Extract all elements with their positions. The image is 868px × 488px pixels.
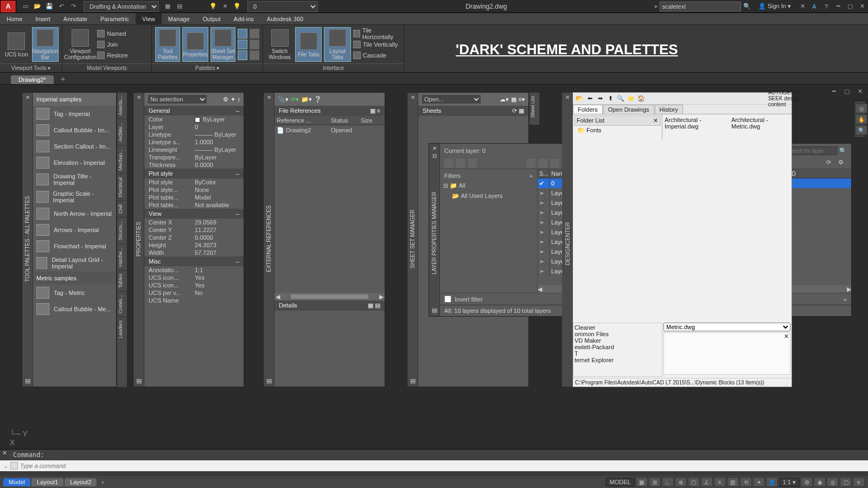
status-model-button[interactable]: MODEL bbox=[606, 478, 635, 486]
transparency-toggle-icon[interactable]: ▨ bbox=[727, 477, 739, 487]
layer-mgr-pin-icon[interactable]: ⊟ bbox=[432, 153, 437, 159]
nav-pan-icon[interactable]: ✋ bbox=[856, 114, 867, 124]
tp-category-tab[interactable]: Civil bbox=[117, 201, 127, 217]
menu-parametric[interactable]: Parametric bbox=[94, 13, 136, 25]
minimize-button[interactable]: ━ bbox=[833, 1, 844, 12]
workspace-switch-icon[interactable]: ⚙ bbox=[801, 477, 813, 487]
a360-icon[interactable]: A bbox=[809, 1, 820, 12]
details-header[interactable]: Details▦ ▤ bbox=[275, 300, 385, 311]
menu-view[interactable]: View bbox=[136, 13, 162, 25]
qat-open-icon[interactable]: 📂 bbox=[32, 1, 43, 12]
qat-undo-icon[interactable]: ↶ bbox=[56, 1, 67, 12]
tool-item[interactable]: Section Callout - Im... bbox=[33, 138, 116, 155]
dc-list-item[interactable]: VD Maker bbox=[575, 337, 661, 344]
refresh-icon[interactable]: ⟳▾ bbox=[291, 96, 299, 103]
file-tabs-button[interactable]: File Tabs bbox=[295, 27, 322, 62]
layout-tab-2[interactable]: Layout2 bbox=[65, 478, 97, 486]
layout-tab-1[interactable]: Layout1 bbox=[31, 478, 63, 486]
named-button[interactable]: Named bbox=[97, 29, 128, 38]
menu-add-ins[interactable]: Add-ins bbox=[227, 13, 260, 25]
close-button[interactable]: ✕ bbox=[857, 1, 867, 12]
palette-small-5[interactable] bbox=[250, 40, 259, 49]
tp-category-tab[interactable]: Tables bbox=[117, 270, 127, 291]
tp-category-tab[interactable]: Comm... bbox=[117, 291, 127, 317]
isolate-objects-icon[interactable]: ◎ bbox=[827, 477, 839, 487]
menu-output[interactable]: Output bbox=[196, 13, 227, 25]
property-row[interactable]: Plot table...Model bbox=[144, 194, 244, 201]
dc-favorites-icon[interactable]: ⭐ bbox=[627, 94, 635, 103]
tile-vertical-button[interactable]: Tile Vertically bbox=[353, 40, 400, 49]
prop-section-header[interactable]: Plot style– bbox=[144, 169, 244, 178]
layer-refresh-icon[interactable]: ⟳ bbox=[826, 159, 835, 168]
sheet-set-manager-button[interactable]: Sheet Set Manager bbox=[210, 27, 235, 62]
dc-search-icon[interactable]: 🔍 bbox=[616, 94, 625, 103]
dc-seek-label[interactable]: AUTODESK® SEEK design content bbox=[781, 94, 789, 103]
clean-screen-icon[interactable]: ▢ bbox=[840, 477, 852, 487]
dc-list-item[interactable]: Cleaner bbox=[575, 324, 661, 331]
filters-expand-icon[interactable]: « bbox=[844, 296, 847, 303]
anno-visibility-icon[interactable]: 👤 bbox=[766, 477, 778, 487]
filter-all-used[interactable]: 📂 All Used Layers bbox=[442, 191, 535, 201]
cycling-toggle-icon[interactable]: ⟲ bbox=[740, 477, 752, 487]
dc-load-icon[interactable]: 📂 bbox=[575, 94, 584, 103]
layer-search-icon[interactable]: 🔍 bbox=[839, 147, 847, 155]
cmd-close-icon[interactable]: ✕ bbox=[0, 450, 9, 460]
properties-button[interactable]: Properties bbox=[182, 27, 208, 62]
drawing-max-icon[interactable]: ▢ bbox=[841, 86, 852, 97]
menu-annotate[interactable]: Annotate bbox=[57, 13, 94, 25]
property-row[interactable]: Height24.3073 bbox=[144, 241, 244, 249]
osnap-toggle-icon[interactable]: ▢ bbox=[688, 477, 700, 487]
dc-home-icon[interactable]: 🏠 bbox=[637, 94, 646, 103]
dc-list-item[interactable]: ommon Files bbox=[575, 331, 661, 337]
property-row[interactable]: UCS Name bbox=[144, 297, 244, 304]
palette-small-1[interactable] bbox=[238, 29, 247, 38]
property-row[interactable]: Center Y11.2227 bbox=[144, 226, 244, 234]
prop-section-header[interactable]: Misc– bbox=[144, 256, 244, 266]
dc-item-arch-met[interactable]: Architectural - Metric.dwg bbox=[731, 117, 789, 130]
ssm-open-dropdown[interactable]: Open... bbox=[422, 94, 481, 104]
designcenter-palette[interactable]: ✕ DESIGNCENTER 📂 ⬅ ➡ ⬆ 🔍 ⭐ 🏠 AUTODESK® S… bbox=[572, 92, 792, 387]
menu-insert[interactable]: Insert bbox=[29, 13, 57, 25]
xref-options-icon[interactable]: ▤ bbox=[266, 377, 272, 384]
dc-tree-item-fonts[interactable]: 📁 Fonts bbox=[574, 126, 661, 135]
layer-mgr-options-icon[interactable]: ▤ bbox=[432, 307, 437, 314]
new-tab-button[interactable]: ＋ bbox=[59, 74, 67, 84]
dc-tab-history[interactable]: History bbox=[655, 105, 683, 114]
ssm-publish-icon[interactable]: ☁▾ bbox=[500, 96, 509, 103]
xref-help-icon[interactable]: ❔ bbox=[314, 96, 322, 103]
tp-category-tab[interactable]: Electrical bbox=[117, 174, 127, 201]
property-row[interactable]: UCS icon...Yes bbox=[144, 281, 244, 289]
palette-small-2[interactable] bbox=[238, 40, 247, 49]
join-button[interactable]: Join bbox=[97, 40, 128, 49]
qat-sheet-icon[interactable]: ▤ bbox=[174, 1, 185, 12]
property-row[interactable]: Linetype——— ByLayer bbox=[144, 131, 244, 138]
tool-item[interactable]: Arrows - Imperial bbox=[33, 222, 116, 238]
tool-item[interactable]: Tag - Imperial bbox=[33, 106, 116, 122]
property-row[interactable]: Color ByLayer bbox=[144, 115, 244, 123]
dc-list-item[interactable]: ewlett-Packard bbox=[575, 344, 661, 350]
tool-palettes-options-icon[interactable]: ▤ bbox=[25, 377, 30, 384]
dc-list-item[interactable]: ternet Explorer bbox=[575, 357, 661, 363]
ssm-sheet-icon[interactable]: ▦ bbox=[511, 96, 516, 103]
command-line[interactable]: ✕ Command: ⌄ bbox=[0, 449, 868, 476]
menu-home[interactable]: Home bbox=[0, 13, 29, 25]
sign-in-button[interactable]: 👤 Sign In ▾ bbox=[758, 3, 791, 10]
qat-grid-icon[interactable]: ▦ bbox=[162, 1, 173, 12]
property-row[interactable]: Linetype s...1.0000 bbox=[144, 138, 244, 146]
filters-collapse-icon[interactable]: « bbox=[529, 172, 533, 179]
qat-redo-icon[interactable]: ↷ bbox=[68, 1, 79, 12]
dc-metric-dropdown[interactable]: Metric.dwg bbox=[663, 323, 790, 331]
navigation-bar[interactable]: ◎ ✋ 🔍 bbox=[854, 101, 866, 138]
properties-palette[interactable]: ✕ PROPERTIES ▤ No selection ⚙ ✦ ↕ Genera… bbox=[133, 92, 244, 387]
xref-palette[interactable]: ✕ EXTERNAL REFERENCES ▤ 📎▾ ⟳▾ 📁▾ ❔ File … bbox=[263, 92, 385, 387]
maximize-button[interactable]: ▢ bbox=[845, 1, 856, 12]
property-row[interactable]: Center X29.0569 bbox=[144, 219, 244, 226]
layer-col-header[interactable]: S... bbox=[538, 169, 550, 178]
workspace-dropdown[interactable]: Drafting & Annotation bbox=[84, 1, 159, 12]
qat-bulb-off-icon[interactable]: 💡 bbox=[232, 1, 242, 12]
cmd-recent-icon[interactable]: ⌄ bbox=[3, 463, 8, 470]
nav-zoom-icon[interactable]: 🔍 bbox=[856, 125, 867, 135]
qat-new-icon[interactable]: ▭ bbox=[20, 1, 31, 12]
lineweight-toggle-icon[interactable]: ≡ bbox=[714, 477, 726, 487]
prop-section-header[interactable]: General– bbox=[144, 106, 244, 115]
